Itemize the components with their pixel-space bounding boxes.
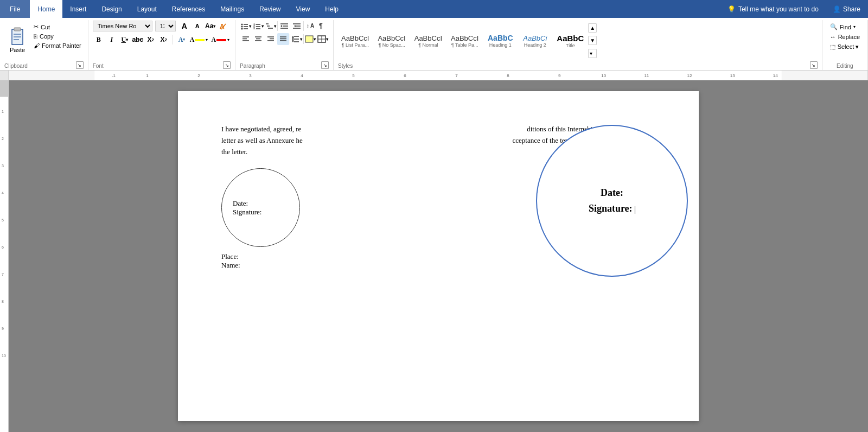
borders-button[interactable]: ▾ — [317, 33, 329, 45]
tell-me-bar[interactable]: 💡 Tell me what you want to do — [721, 0, 825, 18]
font-name-selector[interactable]: Times New Ro — [93, 21, 152, 31]
tab-mailings[interactable]: Mailings — [213, 0, 252, 18]
find-button[interactable]: 🔍 Find ▾ — [827, 22, 859, 31]
below-circle-text: Place: Name: — [221, 252, 240, 270]
sort-button[interactable]: ↕A — [304, 20, 316, 32]
cut-button[interactable]: ✂ Cut — [31, 22, 84, 31]
copy-icon: ⎘ — [34, 33, 37, 40]
styles-expand[interactable]: ▾ — [588, 49, 597, 58]
copy-button[interactable]: ⎘ Copy — [31, 32, 84, 41]
tab-review[interactable]: Review — [252, 0, 288, 18]
style-normal[interactable]: AaBbCcI ¶ Normal — [411, 33, 445, 49]
tab-insert[interactable]: Insert — [62, 0, 94, 18]
document-page: I have negotiated, agreed, re ditions of… — [178, 91, 699, 421]
document-area[interactable]: I have negotiated, agreed, re ditions of… — [9, 80, 868, 432]
strikethrough-button[interactable]: abc — [132, 34, 144, 46]
styles-scroll: ▲ ▼ ▾ — [588, 22, 597, 60]
tab-home[interactable]: Home — [30, 0, 62, 18]
style-no-spacing[interactable]: AaBbCcI ¶ No Spac... — [374, 33, 409, 49]
style-heading2[interactable]: AaBbCi Heading 2 — [519, 33, 551, 49]
multilevel-list-button[interactable]: ▾ — [265, 20, 277, 32]
svg-text:¶: ¶ — [319, 22, 323, 30]
style-list-para-label: ¶ List Para... — [342, 42, 369, 48]
bullets-button[interactable]: ▾ — [240, 20, 252, 32]
svg-text:8: 8 — [507, 73, 509, 78]
font-size-selector[interactable]: 12 — [155, 21, 176, 31]
format-painter-button[interactable]: 🖌 Format Painter — [31, 41, 84, 50]
italic-button[interactable]: I — [106, 34, 118, 46]
align-center-button[interactable] — [252, 33, 264, 45]
clipboard-group-label: Clipboard — [4, 62, 28, 70]
svg-text:5: 5 — [352, 73, 355, 78]
style-list-para[interactable]: AaBbCcI ¶ List Para... — [338, 33, 372, 49]
tab-layout[interactable]: Layout — [130, 0, 164, 18]
svg-text:12: 12 — [687, 73, 692, 78]
change-case-button[interactable]: Aa▾ — [205, 20, 216, 32]
font-grow-button[interactable]: A — [178, 20, 190, 32]
select-button[interactable]: ⬚ Select ▾ — [827, 42, 863, 52]
numbering-button[interactable]: 1. 2. 3. ▾ — [252, 20, 264, 32]
small-circle-container: Date: Signature: Place: Name: — [221, 168, 300, 270]
tab-design[interactable]: Design — [94, 0, 129, 18]
tab-file[interactable]: File — [0, 0, 30, 18]
font-color-button[interactable]: A ▾ — [210, 35, 231, 45]
style-title[interactable]: AaBbC Title — [553, 33, 587, 49]
justify-button[interactable] — [277, 33, 289, 45]
share-button[interactable]: 👤 Share — [825, 0, 868, 18]
subscript-button[interactable]: X2 — [145, 34, 157, 46]
vertical-ruler: 1 2 3 4 5 6 7 8 9 10 — [0, 80, 9, 432]
bold-button[interactable]: B — [93, 34, 105, 46]
styles-content: AaBbCcI ¶ List Para... AaBbCcI ¶ No Spac… — [338, 20, 818, 61]
svg-rect-70 — [0, 97, 9, 422]
paragraph-group-label: Paragraph — [240, 62, 265, 70]
styles-expand-button[interactable]: ↘ — [810, 61, 818, 69]
superscript-button[interactable]: X2 — [158, 34, 170, 46]
para-separator2 — [303, 21, 304, 31]
style-table-para[interactable]: AaBbCcI ¶ Table Pa... — [448, 33, 482, 49]
text-effects-button[interactable]: A▾ — [176, 34, 188, 46]
ribbon-group-editing: 🔍 Find ▾ ↔ Replace ⬚ Select ▾ Editing — [822, 20, 868, 70]
svg-point-9 — [241, 26, 243, 28]
font-row2: B I U▾ abc X2 X2 A▾ A ▾ A ▾ — [93, 34, 231, 46]
clipboard-expand-button[interactable]: ↘ — [76, 61, 84, 69]
tab-view[interactable]: View — [289, 0, 318, 18]
font-shrink-button[interactable]: A — [192, 20, 203, 32]
ruler-marks: -1 1 2 3 4 5 6 7 8 9 10 11 12 13 14 — [9, 71, 868, 80]
tab-help[interactable]: Help — [317, 0, 346, 18]
large-circle-signature: Signature: — [589, 203, 635, 214]
circles-area: Date: Signature: Place: Name: Date: Sign… — [221, 168, 655, 270]
font-row1: Times New Ro 12 A A Aa▾ A — [93, 20, 229, 32]
styles-scroll-down[interactable]: ▼ — [588, 36, 597, 45]
align-left-button[interactable] — [240, 33, 252, 45]
clear-formatting-button[interactable]: A — [218, 20, 229, 32]
styles-scroll-up[interactable]: ▲ — [588, 23, 597, 33]
style-heading1[interactable]: AaBbC Heading 1 — [484, 33, 516, 49]
show-formatting-button[interactable]: ¶ — [317, 20, 329, 32]
decrease-indent-button[interactable] — [278, 20, 290, 32]
style-heading1-label: Heading 1 — [489, 42, 512, 48]
shading-button[interactable]: ▾ — [304, 33, 316, 45]
svg-rect-3 — [14, 36, 21, 37]
ribbon-tabs: File Home Insert Design Layout Reference… — [0, 0, 868, 18]
tab-references[interactable]: References — [164, 0, 213, 18]
svg-point-7 — [241, 24, 243, 26]
paste-icon — [9, 28, 26, 46]
font-group-label: Font — [93, 62, 104, 70]
editing-content: 🔍 Find ▾ ↔ Replace ⬚ Select ▾ — [827, 20, 863, 62]
paragraph-expand-button[interactable]: ↘ — [321, 61, 329, 69]
para-row1: ▾ 1. 2. 3. ▾ ▾ — [240, 20, 329, 32]
large-signature-circle: Date: Signature: — [536, 125, 688, 277]
svg-rect-49 — [305, 36, 313, 42]
find-arrow: ▾ — [853, 24, 856, 29]
small-circle-signature: Signature: — [233, 208, 261, 217]
paste-button[interactable]: Paste — [4, 20, 30, 61]
horizontal-ruler: -1 1 2 3 4 5 6 7 8 9 10 11 12 13 14 — [0, 71, 868, 80]
underline-button[interactable]: U▾ — [119, 34, 131, 46]
font-expand-button[interactable]: ↘ — [223, 61, 231, 69]
line-spacing-button[interactable]: ▾ — [291, 33, 303, 45]
increase-indent-button[interactable] — [291, 20, 303, 32]
highlight-button[interactable]: A ▾ — [189, 35, 209, 45]
svg-text:3: 3 — [249, 73, 252, 78]
align-right-button[interactable] — [265, 33, 277, 45]
replace-button[interactable]: ↔ Replace — [827, 33, 863, 41]
